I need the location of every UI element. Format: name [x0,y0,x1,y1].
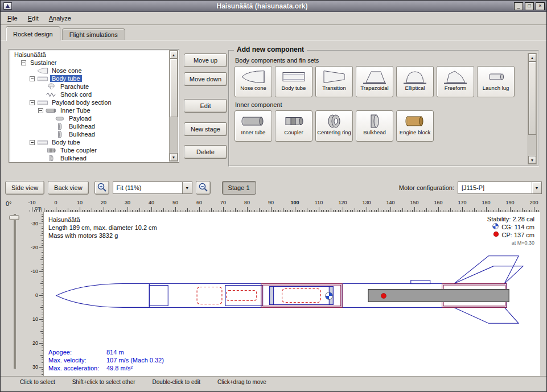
add-body-tube-button[interactable]: Body tube [275,66,312,97]
flight-stat-label: Apogee: [48,348,106,356]
zoom-in-button[interactable] [94,181,109,195]
component-button-label: Nose cone [240,85,266,92]
move-down-button[interactable]: Move down [184,72,227,86]
menu-edit[interactable]: Edit [23,12,44,24]
parachute-icon [46,83,57,90]
coupler-icon [281,113,306,129]
motor-configuration-label: Motor configuration: [399,184,454,191]
scroll-up-button[interactable]: ▲ [528,53,536,61]
tree-item-haisun-t[interactable]: Haisunäätä [11,51,168,59]
scrollbar-track[interactable] [528,61,536,156]
edit-button[interactable]: Edit [184,99,227,113]
ruler-tick [39,224,43,224]
maximize-button[interactable]: □ [525,2,534,10]
tab-rocket-design[interactable]: Rocket design [6,26,60,41]
add-trapezoidal-button[interactable]: Trapezoidal [356,66,393,97]
zoom-out-button[interactable] [196,181,211,195]
delete-button[interactable]: Delete [184,145,227,159]
tree-expander-icon[interactable] [38,108,43,113]
flight-stat-row: Apogee:814 m [48,348,164,356]
tree-item-payload-body-section[interactable]: Payload body section [11,98,168,106]
tree-expander-icon[interactable] [30,100,35,105]
rocket-canvas: 0° cm -100102030405060708090100110120130… [1,198,546,377]
rotation-slider-track[interactable] [14,214,16,369]
add-inner-tube-button[interactable]: Inner tube [235,110,272,142]
new-stage-button[interactable]: New stage [184,122,227,136]
add-centering-ring-button[interactable]: Centering ring [315,110,353,142]
ruler-tick [271,207,272,212]
tree-item-body-tube[interactable]: Body tube [11,75,168,82]
split-divider[interactable] [1,172,546,178]
scrollbar-thumb[interactable] [528,61,536,135]
tree-item-body-tube[interactable]: Body tube [11,138,168,146]
tree-expander-icon[interactable] [21,60,26,65]
shockcord-icon [46,91,57,98]
add-nose-cone-button[interactable]: Nose cone [235,66,272,97]
cp-marker [381,293,386,299]
stage-1-toggle[interactable]: Stage 1 [222,181,256,195]
close-button[interactable]: × [536,2,545,10]
chevron-down-icon[interactable]: ▼ [182,182,192,193]
view-toolbar: Side view Back view Fit (11%) ▼ Stage 1 … [1,178,546,198]
tree-scrollbar[interactable]: ▲ ▼ [169,50,178,162]
tree-item-bulkhead[interactable]: Bulkhead [11,122,168,130]
ruler-number: 90 [268,200,274,205]
tree-item-label: Sustainer [28,59,58,66]
bulkhead-icon [46,155,57,162]
add-elliptical-button[interactable]: Elliptical [396,66,434,97]
side-view-button[interactable]: Side view [5,181,44,195]
add-transition-button[interactable]: Transition [315,66,353,97]
ruler-tick [319,207,319,212]
back-view-button[interactable]: Back view [48,181,89,195]
add-engine-block-button[interactable]: Engine block [396,110,434,142]
add-coupler-button[interactable]: Coupler [275,110,312,142]
tree-item-shock-cord[interactable]: Shock cord [11,90,168,98]
bulkhead-icon [54,131,65,138]
component-group-label: Inner component [235,101,524,108]
tree-item-parachute[interactable]: Parachute [11,82,168,90]
tree-item-payload[interactable]: Payload [11,114,168,122]
add-launch-lug-button[interactable]: Launch lug [477,66,515,97]
tab-flight-simulations[interactable]: Flight simulations [62,28,125,40]
ruler-tick [39,367,43,368]
tree-item-label: Bulkhead [59,155,88,161]
component-button-label: Coupler [284,130,303,136]
ruler-number: 120 [338,200,347,205]
tree-item-bulkhead[interactable]: Bulkhead [11,154,168,161]
tree-item-inner-tube[interactable]: Inner Tube [11,106,168,114]
rocket-drawing-area[interactable]: Haisunäätä Length 189 cm, max. diameter … [43,212,540,377]
chevron-down-icon[interactable]: ▼ [532,182,541,193]
ruler-number: 30 [125,200,130,205]
tree-item-nose-cone[interactable]: Nose cone [11,67,168,75]
tree-item-bulkhead[interactable]: Bulkhead [11,130,168,138]
add-bulkhead-button[interactable]: Bulkhead [356,110,393,142]
payload-icon [54,115,65,122]
tree-expander-icon[interactable] [30,140,35,145]
component-button-label: Engine block [400,130,430,136]
tree-item-tube-coupler[interactable]: Tube coupler [11,146,168,154]
menu-analyze[interactable]: Analyze [44,12,76,24]
tree-expander-icon[interactable] [30,76,35,81]
move-up-button[interactable]: Move up [184,53,227,67]
motor-configuration-combobox[interactable]: [J115-P] ▼ [458,181,542,194]
add-panel-scrollbar[interactable]: ▲ ▼ [528,53,537,164]
scroll-down-button[interactable]: ▼ [528,156,536,164]
ruler-number: 180 [482,200,490,205]
scrollbar-track[interactable] [170,59,178,153]
rotation-slider-thumb[interactable] [9,215,19,220]
scroll-down-button[interactable]: ▼ [170,153,178,161]
ruler-tick [39,343,43,344]
component-button-label: Elliptical [405,85,425,92]
zoom-combobox[interactable]: Fit (11%) ▼ [113,181,192,194]
scrollbar-thumb[interactable] [170,59,178,117]
tree-item-sustainer[interactable]: Sustainer [11,59,168,67]
scroll-up-button[interactable]: ▲ [170,51,178,59]
magnifier-plus-icon [97,182,107,193]
add-freeform-button[interactable]: Freeform [437,66,474,97]
bodytube-icon [37,75,48,82]
minimize-button[interactable]: _ [514,2,523,10]
menu-file[interactable]: File [2,12,23,24]
zoom-value: Fit (11%) [113,182,182,193]
hint-text: Shift+click to select other [72,379,135,385]
ruler-number: 10 [77,200,83,205]
